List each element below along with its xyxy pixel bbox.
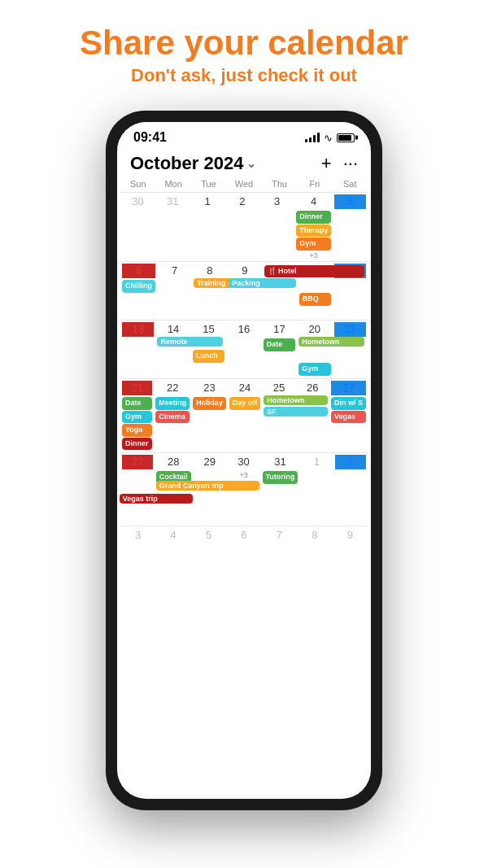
event-vegas-trip[interactable]: Vegas trip xyxy=(120,494,193,504)
event-gym-2[interactable]: Gym xyxy=(298,363,330,376)
header-actions: + ··· xyxy=(321,153,358,174)
event-day-off[interactable]: Day off xyxy=(229,397,261,410)
phone-screen: 09:41 ∿ xyxy=(117,122,371,799)
month-year-label: October 2024 xyxy=(130,153,243,174)
event-tutoring[interactable]: Tutoring xyxy=(263,471,298,484)
more-events: +3 xyxy=(296,251,331,260)
day-header-wed: Wed xyxy=(226,177,261,190)
event-hotel[interactable]: 🍴 Hotel xyxy=(264,265,364,278)
add-event-button[interactable]: + xyxy=(321,153,332,174)
wifi-icon: ∿ xyxy=(324,132,333,144)
chevron-down-icon: ⌄ xyxy=(246,157,256,170)
status-icons: ∿ xyxy=(305,132,355,144)
day-cell[interactable]: 16 xyxy=(226,321,261,378)
day-cell[interactable]: 15 Lunch xyxy=(191,321,226,378)
day-cell[interactable]: 13 xyxy=(120,321,155,378)
event-gym[interactable]: Gym xyxy=(296,238,331,251)
status-time: 09:41 xyxy=(133,130,167,145)
event-grand-canyon[interactable]: Grand Canyon trip xyxy=(156,481,259,491)
week-row-3: 13 14 Remote 15 Lunch 16 17 xyxy=(120,320,368,378)
day-header-tue: Tue xyxy=(191,177,226,190)
day-cell[interactable]: 7 xyxy=(262,526,297,550)
day-cell[interactable]: 4 xyxy=(155,526,190,550)
day-cell[interactable]: 31 Tutoring xyxy=(261,453,300,526)
main-title: Share your calendar xyxy=(16,24,472,62)
phone-wrapper: 09:41 ∿ xyxy=(0,111,488,810)
app-container: Share your calendar Don't ask, just chec… xyxy=(0,0,488,810)
day-cell[interactable]: 6 Chilling xyxy=(120,262,157,320)
day-cell[interactable]: 8 Training xyxy=(192,262,227,320)
day-cell[interactable]: 21 Date Gym Yoga Dinner xyxy=(120,379,154,452)
day-cell[interactable]: 14 Remote xyxy=(155,321,190,378)
event-dinner[interactable]: Dinner xyxy=(296,211,331,224)
event-meeting[interactable]: Meeting xyxy=(155,397,190,410)
day-cell[interactable]: 25 Hometown SF xyxy=(262,379,295,452)
day-cell[interactable]: 22 Meeting Cinema xyxy=(154,379,191,452)
week-row-6: 3 4 5 6 7 8 9 xyxy=(120,526,368,550)
day-cell[interactable]: 17 Date xyxy=(262,321,297,378)
event-cinema[interactable]: Cinema xyxy=(155,411,190,424)
day-cell[interactable]: 9 xyxy=(333,526,368,550)
day-cell[interactable]: 23 Holiday xyxy=(191,379,228,452)
event-chilling[interactable]: Chilling xyxy=(122,280,155,293)
day-cell[interactable]: 3 xyxy=(259,193,294,261)
day-header-mon: Mon xyxy=(155,177,190,190)
day-header-sun: Sun xyxy=(120,177,155,190)
day-cell[interactable]: 28 Cocktail Grand Canyon trip Vegas trip xyxy=(155,453,193,526)
event-date[interactable]: Date xyxy=(264,338,295,351)
day-header-fri: Fri xyxy=(297,177,332,190)
day-cell[interactable]: 24 Day off xyxy=(228,379,263,452)
event-bbq[interactable]: BBQ xyxy=(299,293,331,306)
event-vegas[interactable]: Vegas xyxy=(331,411,366,424)
event-holiday[interactable]: Holiday xyxy=(193,397,226,410)
battery-icon xyxy=(337,133,355,142)
day-header-sat: Sat xyxy=(333,177,368,190)
event-dinner-2[interactable]: Dinner xyxy=(122,438,152,451)
header-section: Share your calendar Don't ask, just chec… xyxy=(0,0,488,103)
week-row-4: 21 Date Gym Yoga Dinner 22 Meeting Cinem… xyxy=(120,378,368,452)
week-row-1: 30 31 1 2 3 4 Dinner Therapy Gym +3 5 xyxy=(120,192,368,261)
phone-frame: 09:41 ∿ xyxy=(106,111,382,810)
calendar-header: October 2024 ⌄ + ··· xyxy=(117,148,371,177)
week-row-2: 6 Chilling 7 8 Training 9 Packing xyxy=(120,261,368,320)
day-cell[interactable]: 21 xyxy=(333,321,368,378)
day-cell[interactable]: 2 xyxy=(333,453,368,526)
day-cell[interactable]: 5 xyxy=(333,193,368,261)
day-cell[interactable]: 1 xyxy=(299,453,333,526)
day-cell[interactable]: 5 xyxy=(191,526,226,550)
event-date-2[interactable]: Date xyxy=(122,397,152,410)
event-din[interactable]: Din w/ S xyxy=(331,397,366,410)
day-cell[interactable]: 6 xyxy=(226,526,261,550)
day-header-thu: Thu xyxy=(262,177,297,190)
month-title[interactable]: October 2024 ⌄ xyxy=(130,153,256,174)
day-cell[interactable]: 1 xyxy=(190,193,225,261)
day-cell[interactable]: 27 Din w/ S Vegas xyxy=(329,379,368,452)
day-cell[interactable]: 31 xyxy=(155,193,190,261)
calendar-grid: 30 31 1 2 3 4 Dinner Therapy Gym +3 5 xyxy=(117,192,371,550)
day-cell[interactable]: 20 Hometown Gym xyxy=(297,321,332,378)
day-headers: Sun Mon Tue Wed Thu Fri Sat xyxy=(117,177,371,190)
day-cell[interactable]: 2 xyxy=(224,193,259,261)
day-cell[interactable]: 9 Packing xyxy=(227,262,262,320)
event-lunch[interactable]: Lunch xyxy=(193,350,224,363)
event-gym-3[interactable]: Gym xyxy=(122,411,152,424)
event-packing[interactable]: Packing xyxy=(229,278,295,288)
event-sf[interactable]: SF xyxy=(264,407,327,417)
event-therapy[interactable]: Therapy xyxy=(296,225,331,238)
event-hometown-2[interactable]: Hometown xyxy=(264,395,327,405)
event-hometown-1[interactable]: Hometown xyxy=(298,337,364,347)
week-row-5: 27 28 Cocktail Grand Canyon trip Vegas t… xyxy=(120,452,368,526)
day-cell[interactable]: 8 xyxy=(297,526,332,550)
day-cell[interactable]: 4 Dinner Therapy Gym +3 xyxy=(294,193,333,261)
day-cell[interactable]: 27 xyxy=(120,453,155,526)
day-cell[interactable]: 3 xyxy=(120,526,155,550)
day-cell[interactable]: 30 xyxy=(120,193,155,261)
day-cell[interactable]: 10 🍴 Hotel xyxy=(263,262,298,320)
day-cell[interactable]: 7 xyxy=(157,262,192,320)
status-bar: 09:41 ∿ xyxy=(117,122,371,148)
event-yoga[interactable]: Yoga xyxy=(122,424,152,437)
event-remote[interactable]: Remote xyxy=(157,337,222,347)
signal-icon xyxy=(305,133,320,142)
sub-title: Don't ask, just check it out xyxy=(16,65,472,86)
more-options-button[interactable]: ··· xyxy=(343,153,358,174)
